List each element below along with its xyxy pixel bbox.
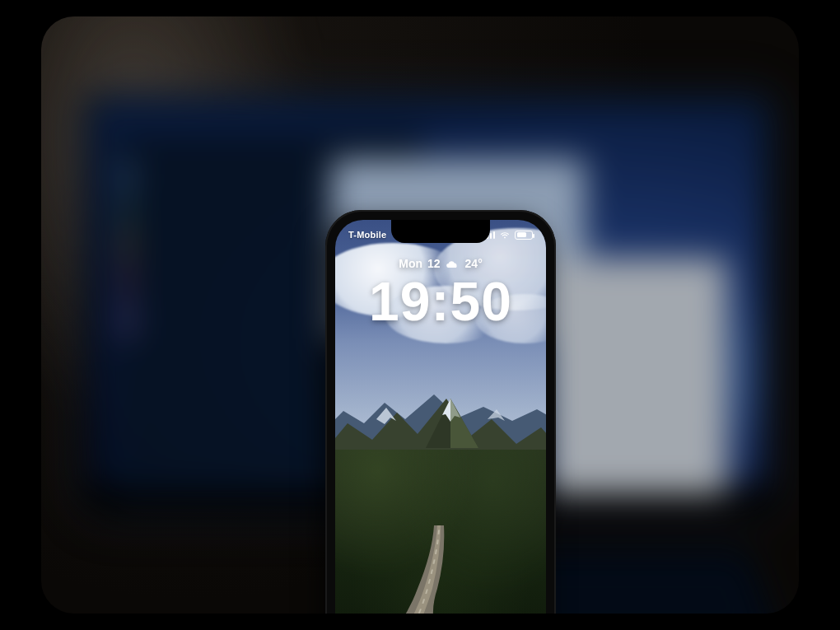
- cloud-icon: [446, 259, 460, 268]
- iphone-notch: [391, 220, 490, 243]
- iphone-screen[interactable]: T-Mobile Mon 12 24°: [335, 220, 546, 614]
- battery-icon: [515, 231, 533, 240]
- lockscreen-info: Mon 12 24° 19:50: [335, 256, 546, 329]
- lockscreen-day: Mon: [399, 257, 422, 270]
- lockscreen-date: 12: [427, 257, 441, 270]
- lockscreen-date-weather: Mon 12 24°: [399, 257, 483, 270]
- lockscreen-time: 19:50: [335, 274, 546, 329]
- wallpaper-valley: [335, 450, 546, 614]
- lockscreen-temperature: 24°: [465, 257, 483, 270]
- carrier-label: T-Mobile: [348, 230, 386, 240]
- iphone-device: T-Mobile Mon 12 24°: [325, 210, 556, 614]
- wallpaper-road: [335, 525, 546, 614]
- wifi-icon: [499, 229, 511, 240]
- laptop-window-light-b: [545, 259, 726, 494]
- photo-frame: T-Mobile Mon 12 24°: [41, 16, 799, 614]
